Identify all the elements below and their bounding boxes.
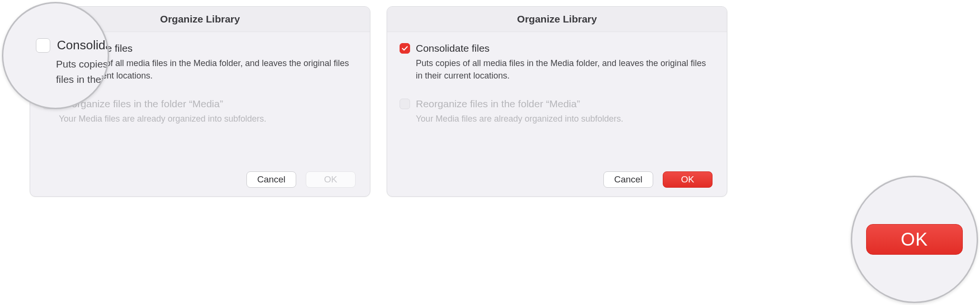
dialog-title: Organize Library [387,7,727,32]
reorganize-description: Your Media files are already organized i… [416,113,713,125]
cancel-button[interactable]: Cancel [246,171,296,188]
ok-button: OK [306,171,356,188]
option-reorganize: Reorganize files in the folder “Media” Y… [43,98,357,125]
reorganize-label: Reorganize files in the folder “Media” [416,98,580,110]
consolidate-checkbox[interactable] [400,43,410,54]
consolidate-description: Puts copies of all media files in the Me… [416,57,713,82]
consolidate-label: Consolidate files [416,43,490,54]
cancel-button[interactable]: Cancel [603,171,653,188]
option-reorganize: Reorganize files in the folder “Media” Y… [400,98,714,125]
organize-library-dialog: Organize Library Consolidate files Puts … [387,6,727,197]
consolidate-checkbox-zoom [36,38,50,53]
checkmark-icon [401,45,408,52]
reorganize-checkbox [400,99,410,109]
consolidate-desc-zoom-line1: Puts copies of all media files in the Me… [56,56,109,72]
tutorial-stage: Organize Library Consolidate files Puts … [0,0,980,305]
magnifier-checkbox: Consolidate files Puts copies of all med… [2,2,109,109]
dialog-buttons: Cancel OK [603,171,713,188]
dialog-buttons: Cancel OK [246,171,356,188]
dialog-body: Consolidate files Puts copies of all med… [387,32,727,125]
ok-button[interactable]: OK [663,171,713,188]
magnifier-ok-button: OK [851,176,978,303]
option-consolidate: Consolidate files Puts copies of all med… [400,43,714,82]
ok-button-zoom: OK [866,224,963,255]
reorganize-description: Your Media files are already organized i… [59,113,356,125]
consolidate-label-zoom: Consolidate files [57,38,109,53]
